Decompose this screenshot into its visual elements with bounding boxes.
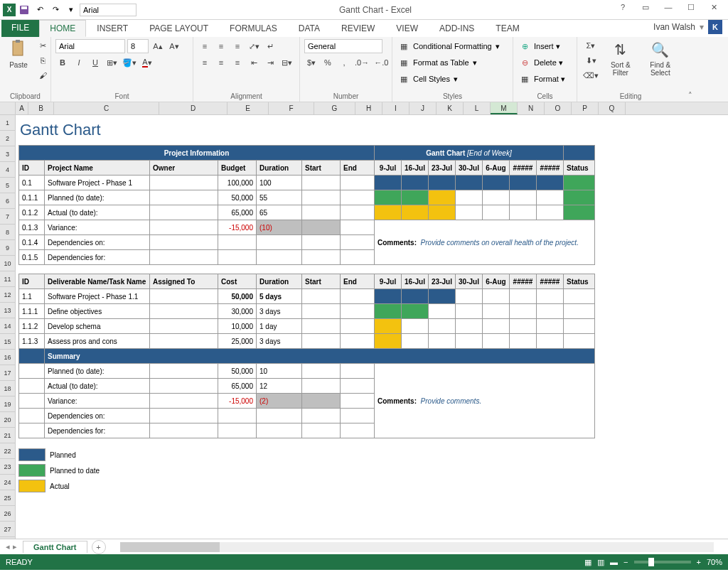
format-painter-icon[interactable]: 🖌 — [36, 68, 50, 82]
table-row[interactable]: Planned (to date):50,00010Comments: Prov… — [19, 364, 595, 379]
find-select-button[interactable]: 🔍Find & Select — [641, 38, 680, 78]
col-header-L[interactable]: L — [464, 102, 491, 114]
col-header-N[interactable]: N — [518, 102, 545, 114]
worksheet[interactable]: Gantt Chart Project InformationGantt Cha… — [16, 115, 728, 539]
row-header-1[interactable]: 1 — [0, 115, 15, 131]
zoom-in-icon[interactable]: + — [697, 558, 701, 566]
help-icon[interactable]: ? — [614, 3, 631, 17]
row-header-17[interactable]: 17 — [0, 365, 15, 381]
add-sheet-icon[interactable]: + — [92, 540, 106, 554]
file-tab[interactable]: FILE — [1, 20, 39, 37]
ribbon-tab-review[interactable]: REVIEW — [331, 20, 385, 37]
merge-icon[interactable]: ⊟▾ — [279, 55, 294, 70]
tab-nav-prev-icon[interactable]: ◂ — [6, 542, 10, 551]
row-header-21[interactable]: 21 — [0, 428, 15, 443]
align-bottom-icon[interactable]: ≡ — [230, 39, 245, 53]
zoom-slider[interactable] — [634, 561, 691, 563]
cut-icon[interactable]: ✂ — [36, 38, 50, 53]
bold-icon[interactable]: B — [55, 55, 70, 70]
minimize-icon[interactable]: — — [660, 3, 677, 17]
row-header-8[interactable]: 8 — [0, 225, 15, 240]
decrease-decimal-icon[interactable]: ←.0 — [373, 55, 390, 70]
row-header-14[interactable]: 14 — [0, 318, 15, 334]
undo-icon[interactable]: ↶ — [33, 3, 47, 17]
redo-icon[interactable]: ↷ — [48, 3, 63, 17]
zoom-level[interactable]: 70% — [707, 558, 722, 566]
col-header-A[interactable]: A — [16, 102, 28, 114]
decrease-font-icon[interactable]: A▾ — [167, 39, 181, 53]
table-row[interactable]: 0.1.1Planned (to date):50,00055 — [19, 190, 595, 205]
border-icon[interactable]: ⊞▾ — [105, 55, 119, 70]
row-header-3[interactable]: 3 — [0, 146, 15, 162]
ribbon-tab-view[interactable]: VIEW — [385, 20, 429, 37]
row-header-5[interactable]: 5 — [0, 178, 15, 193]
col-header-C[interactable]: C — [54, 102, 159, 114]
percent-icon[interactable]: % — [321, 55, 335, 70]
view-pagebreak-icon[interactable]: ▬ — [610, 558, 618, 566]
format-as-table-button[interactable]: ▦Format as Table▾ — [397, 55, 500, 70]
ribbon-display-icon[interactable]: ▭ — [637, 3, 654, 17]
autosum-icon[interactable]: Σ▾ — [582, 38, 600, 53]
table-row[interactable]: 0.1Software Project - Phase 1100,000100 — [19, 176, 595, 190]
row-header-9[interactable]: 9 — [0, 240, 15, 256]
row-header-18[interactable]: 18 — [0, 381, 15, 396]
col-header-J[interactable]: J — [410, 102, 437, 114]
row-header-25[interactable]: 25 — [0, 490, 15, 506]
row-header-2[interactable]: 2 — [0, 131, 15, 146]
row-header-4[interactable]: 4 — [0, 162, 15, 178]
align-top-icon[interactable]: ≡ — [198, 39, 212, 53]
ribbon-tab-add-ins[interactable]: ADD-INS — [429, 20, 485, 37]
row-header-22[interactable]: 22 — [0, 443, 15, 459]
col-header-M[interactable]: M — [491, 102, 518, 114]
align-left-icon[interactable]: ≡ — [198, 55, 212, 70]
view-layout-icon[interactable]: ▥ — [597, 558, 604, 567]
fill-color-icon[interactable]: 🪣▾ — [121, 55, 138, 70]
italic-icon[interactable]: I — [72, 55, 86, 70]
conditional-formatting-button[interactable]: ▦Conditional Formatting▾ — [397, 38, 500, 54]
align-middle-icon[interactable]: ≡ — [214, 39, 228, 53]
ribbon-tab-formulas[interactable]: FORMULAS — [219, 20, 288, 37]
paste-button[interactable]: Paste — [4, 38, 33, 70]
row-header-10[interactable]: 10 — [0, 256, 15, 271]
row-header-24[interactable]: 24 — [0, 475, 15, 490]
table-row[interactable]: 0.1.2Actual (to date):65,00065 — [19, 205, 595, 220]
tab-nav-next-icon[interactable]: ▸ — [13, 542, 17, 551]
align-right-icon[interactable]: ≡ — [230, 55, 245, 70]
table-row[interactable]: 0.1.3Variance:-15,000(10)Comments: Provi… — [19, 220, 595, 235]
format-cells-button[interactable]: ▦Format▾ — [518, 71, 565, 87]
row-header-11[interactable]: 11 — [0, 271, 15, 287]
zoom-out-icon[interactable]: − — [623, 558, 628, 566]
copy-icon[interactable]: ⎘ — [36, 53, 50, 68]
user-name[interactable]: Ivan Walsh — [653, 22, 695, 32]
row-header-19[interactable]: 19 — [0, 396, 15, 412]
col-header-K[interactable]: K — [437, 102, 464, 114]
row-header-27[interactable]: 27 — [0, 522, 15, 537]
col-header-F[interactable]: F — [269, 102, 314, 114]
select-all-corner[interactable] — [0, 102, 16, 114]
collapse-ribbon-icon[interactable]: ˄ — [684, 90, 697, 102]
font-color-icon[interactable]: A▾ — [140, 55, 154, 70]
align-center-icon[interactable]: ≡ — [214, 55, 228, 70]
qat-font-select[interactable] — [80, 4, 136, 16]
underline-icon[interactable]: U — [88, 55, 102, 70]
row-header-23[interactable]: 23 — [0, 459, 15, 475]
col-header-B[interactable]: B — [28, 102, 54, 114]
fill-icon[interactable]: ⬇▾ — [582, 53, 600, 68]
ribbon-tab-home[interactable]: HOME — [39, 20, 86, 37]
col-header-I[interactable]: I — [382, 102, 410, 114]
col-header-H[interactable]: H — [355, 102, 382, 114]
font-family-select[interactable] — [55, 39, 125, 53]
ribbon-tab-team[interactable]: TEAM — [485, 20, 530, 37]
clear-icon[interactable]: ⌫▾ — [582, 68, 600, 82]
qat-dropdown-icon[interactable]: ▾ — [64, 3, 78, 17]
insert-cells-button[interactable]: ⊕Insert▾ — [518, 38, 565, 54]
col-header-P[interactable]: P — [572, 102, 599, 114]
col-header-D[interactable]: D — [159, 102, 228, 114]
increase-decimal-icon[interactable]: .0→ — [353, 55, 370, 70]
ribbon-tab-insert[interactable]: INSERT — [86, 20, 139, 37]
row-header-7[interactable]: 7 — [0, 209, 15, 225]
sheet-tab-active[interactable]: Gantt Chart — [23, 541, 87, 553]
maximize-icon[interactable]: ☐ — [682, 3, 700, 17]
row-header-6[interactable]: 6 — [0, 193, 15, 209]
row-header-13[interactable]: 13 — [0, 303, 15, 318]
